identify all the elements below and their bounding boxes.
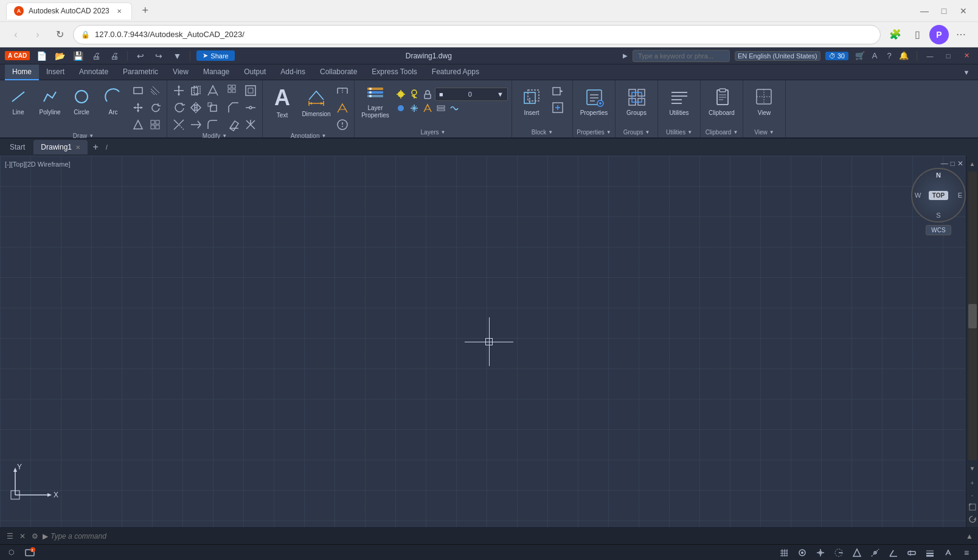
tab-insert[interactable]: Insert [39, 64, 72, 80]
notifications-button[interactable]: 🔔 [897, 49, 910, 63]
dimension-tool-button[interactable]: Dimension [300, 83, 332, 122]
annotation-extra-2[interactable] [335, 100, 350, 116]
viewport-restore-button[interactable]: □ [951, 159, 955, 168]
tab-addins[interactable]: Add-ins [273, 64, 313, 80]
browser-tab[interactable]: A Autodesk AutoCAD 2023 ✕ [6, 2, 132, 19]
wcs-button[interactable]: WCS [926, 225, 951, 235]
move-copy-button[interactable] [130, 100, 146, 116]
array-button[interactable] [226, 83, 241, 99]
tab-view[interactable]: View [165, 64, 196, 80]
layer-extra-2-icon[interactable] [448, 102, 460, 114]
window-minimize-button[interactable]: — [916, 2, 933, 19]
rotate-mod-button[interactable] [171, 100, 187, 116]
doc-tab-close-button[interactable]: ✕ [75, 144, 80, 151]
orbit-button[interactable] [967, 514, 978, 525]
annotation-extra-1[interactable] [335, 83, 350, 99]
doc-tab-start[interactable]: Start [2, 140, 32, 154]
print-button[interactable]: 🖨 [108, 49, 121, 63]
save-as-button[interactable]: 🖨 [89, 49, 103, 63]
new-document-tab-button[interactable]: + [89, 140, 102, 154]
tp-button[interactable] [942, 546, 955, 559]
ribbon-search-input[interactable] [633, 50, 730, 62]
text-style-button[interactable]: A [868, 49, 881, 63]
new-file-button[interactable]: 📄 [35, 49, 48, 63]
vertical-scrollbar-thumb[interactable] [968, 304, 977, 328]
zoom-in-button[interactable]: + [967, 477, 978, 488]
annotation-extra-3[interactable] [335, 117, 350, 133]
layers-panel-dropdown-icon[interactable]: ▼ [441, 130, 446, 135]
grid-button[interactable] [147, 117, 163, 133]
new-tab-button[interactable]: + [137, 2, 154, 19]
nav-back-button[interactable]: ‹ [7, 26, 24, 43]
tab-output[interactable]: Output [237, 64, 273, 80]
dyn-button[interactable] [905, 546, 918, 559]
share-button[interactable]: ➤ Share [196, 50, 234, 61]
view-button[interactable]: View [750, 83, 779, 122]
tab-home[interactable]: Home [5, 64, 39, 80]
snap-button[interactable] [796, 546, 809, 559]
layer-visible-icon[interactable] [395, 88, 407, 100]
cart-button[interactable]: 🛒 [853, 49, 867, 63]
open-file-button[interactable]: 📂 [53, 49, 66, 63]
doc-tab-drawing1[interactable]: Drawing1 ✕ [33, 140, 88, 154]
window-maximize-button[interactable]: □ [935, 2, 952, 19]
utilities-panel-dropdown-icon[interactable]: ▼ [687, 130, 692, 135]
view-top-button[interactable]: TOP [929, 191, 948, 200]
app-restore-button[interactable]: □ [942, 49, 955, 63]
sidebar-button[interactable]: ▯ [907, 25, 927, 44]
more-status-button[interactable]: ≡ [960, 546, 973, 559]
rotate-button[interactable] [147, 100, 163, 116]
groups-button[interactable]: Groups [622, 83, 651, 122]
nav-forward-button[interactable]: › [29, 26, 46, 43]
layer-freeze-icon[interactable] [408, 88, 420, 100]
explode-button[interactable] [243, 117, 258, 133]
tab-close-button[interactable]: ✕ [114, 6, 124, 16]
qat-dropdown-button[interactable]: ▼ [170, 49, 184, 63]
circle-tool-button[interactable]: Circle [67, 83, 96, 122]
insert-block-button[interactable]: Insert [516, 83, 547, 122]
rectangle-button[interactable] [130, 83, 146, 99]
vertical-scrollbar[interactable] [968, 171, 977, 460]
ducs-button[interactable] [887, 546, 900, 559]
save-file-button[interactable]: 💾 [71, 49, 85, 63]
offset-button[interactable] [243, 83, 258, 99]
grid-button[interactable] [777, 546, 791, 559]
erase-button[interactable] [226, 117, 241, 133]
tab-featured-apps[interactable]: Featured Apps [425, 64, 487, 80]
layer-color-icon[interactable] [395, 102, 407, 114]
redo-button[interactable]: ↪ [152, 49, 165, 63]
polar-button[interactable] [832, 546, 845, 559]
zoom-extent-button[interactable] [967, 502, 978, 513]
tab-annotate[interactable]: Annotate [72, 64, 116, 80]
text-tool-button[interactable]: A Text [266, 83, 298, 122]
help-button[interactable]: ? [883, 49, 896, 63]
browser-menu-button[interactable]: ⋯ [951, 25, 971, 44]
lw-button[interactable] [923, 546, 937, 559]
block-extra-2[interactable] [550, 100, 566, 116]
app-close-button[interactable]: ✕ [960, 49, 973, 63]
arc-tool-button[interactable]: Arc [99, 83, 128, 122]
zoom-out-button[interactable]: - [967, 489, 978, 500]
layer-thaw-icon[interactable] [408, 102, 420, 114]
move-button[interactable] [171, 83, 187, 99]
app-minimize-button[interactable]: — [923, 49, 937, 63]
trim-button[interactable] [171, 117, 187, 133]
stretch-button[interactable] [205, 83, 221, 99]
ribbon-tab-extras-button[interactable]: ▼ [960, 66, 973, 79]
osnap-button[interactable] [850, 546, 864, 559]
undo-button[interactable]: ↩ [134, 49, 147, 63]
layer-match-icon[interactable] [421, 102, 434, 114]
clipboard-panel-dropdown-icon[interactable]: ▼ [733, 130, 738, 135]
tab-collaborate[interactable]: Collaborate [313, 64, 364, 80]
layer-properties-button[interactable]: Layer Properties [358, 83, 392, 119]
layer-lock-icon[interactable] [421, 88, 434, 100]
tab-manage[interactable]: Manage [196, 64, 237, 80]
command-close-button[interactable]: ✕ [18, 532, 27, 541]
extensions-button[interactable]: 🧩 [886, 25, 905, 44]
line-tool-button[interactable]: Line [4, 83, 33, 122]
nav-reload-button[interactable]: ↻ [51, 26, 68, 43]
chamfer-button[interactable] [226, 100, 241, 116]
pan-up-button[interactable]: ▲ [967, 158, 978, 169]
window-close-button[interactable]: ✕ [955, 2, 972, 19]
view-panel-dropdown-icon[interactable]: ▼ [769, 130, 774, 135]
